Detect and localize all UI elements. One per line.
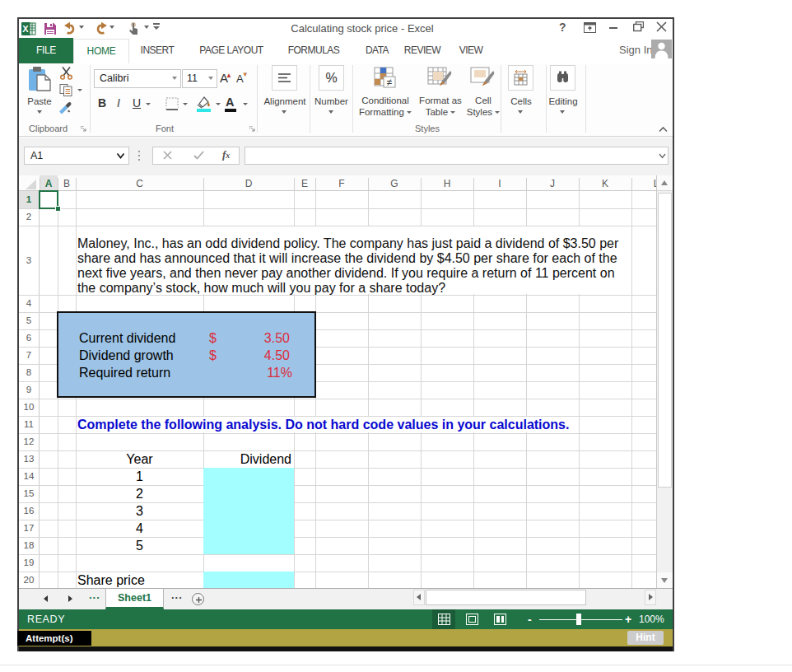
svg-text:X: X [22,24,29,34]
svg-text:≠: ≠ [387,77,393,88]
